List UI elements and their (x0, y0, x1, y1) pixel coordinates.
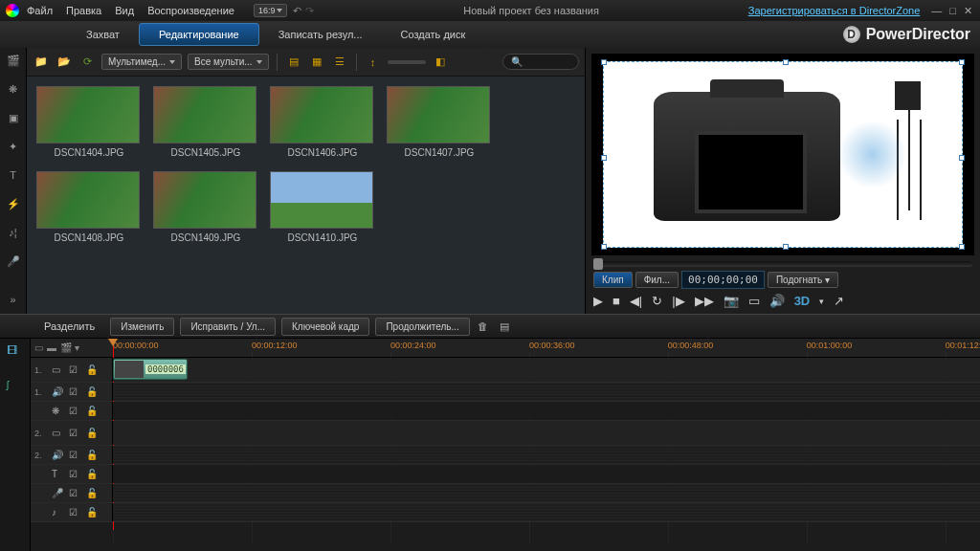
storyboard-mode-icon[interactable]: ∫ (7, 379, 24, 396)
undo-icon[interactable]: ↶ (293, 5, 301, 17)
lock-toggle[interactable]: 🔓 (86, 428, 98, 438)
explorer-toggle-icon[interactable]: ◧ (432, 54, 449, 71)
track-manager-icon[interactable]: ▭ (34, 342, 43, 353)
media-thumb[interactable]: DSCN1408.JPG (36, 171, 142, 243)
register-link[interactable]: Зарегистрироваться в DirectorZone (748, 5, 921, 16)
media-thumb[interactable]: DSCN1407.JPG (387, 86, 492, 158)
sort-icon[interactable]: ↕ (365, 54, 382, 71)
video-track-2[interactable]: 2.▭☑🔓 (31, 421, 980, 446)
voiceover-room-icon[interactable]: 🎤 (5, 253, 22, 270)
audio-track-2[interactable]: 2.🔊☑🔓 (31, 446, 980, 465)
media-filter-dropdown[interactable]: Мультимед... (101, 54, 182, 70)
more-tools-icon[interactable]: ▤ (497, 319, 512, 334)
keyframe-button[interactable]: Ключевой кадр (281, 318, 369, 336)
visible-toggle[interactable]: ☑ (69, 507, 80, 518)
fx-room-icon[interactable]: ❋ (5, 80, 22, 98)
menu-edit[interactable]: Правка (66, 5, 101, 16)
mode-produce[interactable]: Записать резул... (259, 21, 382, 48)
minimize-icon[interactable]: — (929, 5, 944, 17)
prev-frame-icon[interactable]: ◀| (630, 294, 642, 308)
3d-toggle[interactable]: 3D (794, 294, 811, 308)
loop-icon[interactable]: ↻ (652, 294, 662, 308)
preview-clip-tab[interactable]: Клип (593, 272, 633, 288)
fit-button[interactable]: Подогнать ▾ (768, 272, 838, 288)
view-thumbs-icon[interactable]: ▦ (308, 54, 325, 71)
marker-icon[interactable]: 🎬 ▾ (60, 342, 79, 353)
menu-file[interactable]: Файл (27, 5, 53, 16)
expand-sidebar-icon[interactable]: » (5, 291, 22, 308)
resize-handle[interactable] (601, 59, 607, 65)
visible-toggle[interactable]: ☑ (69, 488, 80, 498)
media-thumb[interactable]: DSCN1410.JPG (270, 171, 375, 243)
track-view-icon[interactable]: ▬ (47, 342, 56, 353)
mode-disc[interactable]: Создать диск (382, 21, 485, 48)
lock-toggle[interactable]: 🔓 (86, 488, 98, 498)
modify-button[interactable]: Изменить (110, 318, 174, 336)
duration-button[interactable]: Продолжитель... (375, 318, 469, 336)
visible-toggle[interactable]: ☑ (69, 469, 80, 479)
music-track[interactable]: ♪☑🔓 (31, 503, 980, 522)
visible-toggle[interactable]: ☑ (69, 450, 80, 460)
import-media-icon[interactable]: 📁 (33, 54, 50, 71)
volume-icon[interactable]: 🔊 (769, 294, 785, 308)
snapshot-icon[interactable]: 📷 (724, 294, 739, 308)
undock-preview-icon[interactable]: ↗ (834, 294, 844, 308)
visible-toggle[interactable]: ☑ (69, 386, 80, 397)
redo-icon[interactable]: ↷ (305, 5, 314, 17)
media-thumb[interactable]: DSCN1404.JPG (36, 86, 142, 158)
import-folder-icon[interactable]: 📂 (56, 54, 73, 71)
lock-toggle[interactable]: 🔓 (86, 469, 98, 479)
preview-quality-icon[interactable]: ▭ (748, 294, 760, 308)
fix-enhance-button[interactable]: Исправить / Ул... (180, 318, 276, 336)
refresh-icon[interactable]: ⟳ (78, 54, 96, 71)
aspect-ratio-selector[interactable]: 16:9 (254, 4, 288, 17)
video-track-1[interactable]: 1.▭☑🔓 0000006 (31, 358, 980, 383)
mixer-room-icon[interactable]: ♪¦ (5, 224, 22, 241)
resize-handle[interactable] (959, 244, 965, 250)
resize-handle[interactable] (783, 59, 789, 65)
media-thumb[interactable]: DSCN1409.JPG (153, 171, 258, 243)
library-menu-icon[interactable]: ▤ (285, 54, 302, 71)
resize-handle[interactable] (601, 244, 607, 250)
particle-room-icon[interactable]: ✦ (5, 138, 22, 155)
visible-toggle[interactable]: ☑ (69, 364, 80, 375)
media-room-icon[interactable]: 🎬 (5, 52, 22, 69)
search-input[interactable]: 🔍 (502, 54, 579, 70)
preview-canvas[interactable] (591, 54, 974, 255)
delete-icon[interactable]: 🗑 (476, 319, 491, 334)
fast-forward-icon[interactable]: ▶▶ (695, 294, 714, 308)
lock-toggle[interactable]: 🔓 (86, 386, 98, 397)
lock-toggle[interactable]: 🔓 (86, 507, 98, 518)
movie-mode-icon[interactable]: 🎞 (7, 344, 24, 362)
media-thumb[interactable]: DSCN1405.JPG (153, 86, 258, 158)
fx-track[interactable]: ❋☑🔓 (31, 402, 980, 421)
preview-movie-tab[interactable]: Фил... (635, 272, 679, 288)
lock-toggle[interactable]: 🔓 (86, 364, 98, 375)
thumb-size-slider[interactable] (388, 60, 426, 64)
voice-track[interactable]: 🎤☑🔓 (31, 484, 980, 503)
resize-handle[interactable] (959, 155, 965, 161)
visible-toggle[interactable]: ☑ (69, 428, 80, 438)
audio-track-1[interactable]: 1.🔊☑🔓 (31, 383, 980, 402)
preview-scrubber[interactable] (593, 261, 972, 267)
mode-capture[interactable]: Захват (67, 21, 139, 48)
play-icon[interactable]: ▶ (593, 294, 603, 308)
lock-toggle[interactable]: 🔓 (86, 450, 98, 460)
timeline-clip[interactable]: 0000006 (113, 359, 188, 380)
media-type-dropdown[interactable]: Все мульти... (188, 54, 269, 70)
lock-toggle[interactable]: 🔓 (86, 406, 98, 416)
stop-icon[interactable]: ■ (612, 294, 620, 308)
next-frame-icon[interactable]: |▶ (672, 294, 684, 308)
visible-toggle[interactable]: ☑ (69, 406, 80, 416)
resize-handle[interactable] (783, 244, 789, 250)
time-ruler[interactable]: 00:00:00:00 00:00:12:00 00:00:24:00 00:0… (113, 339, 980, 357)
menu-playback[interactable]: Воспроизведение (147, 5, 234, 16)
timecode-display[interactable]: 00;00;00;00 (681, 271, 765, 289)
resize-handle[interactable] (601, 155, 607, 161)
maximize-icon[interactable]: □ (947, 5, 958, 17)
resize-handle[interactable] (959, 59, 965, 65)
title-track[interactable]: T☑🔓 (31, 465, 980, 484)
transition-room-icon[interactable]: ⚡ (5, 195, 22, 212)
mode-editing[interactable]: Редактирование (139, 23, 259, 46)
pip-room-icon[interactable]: ▣ (5, 109, 22, 126)
